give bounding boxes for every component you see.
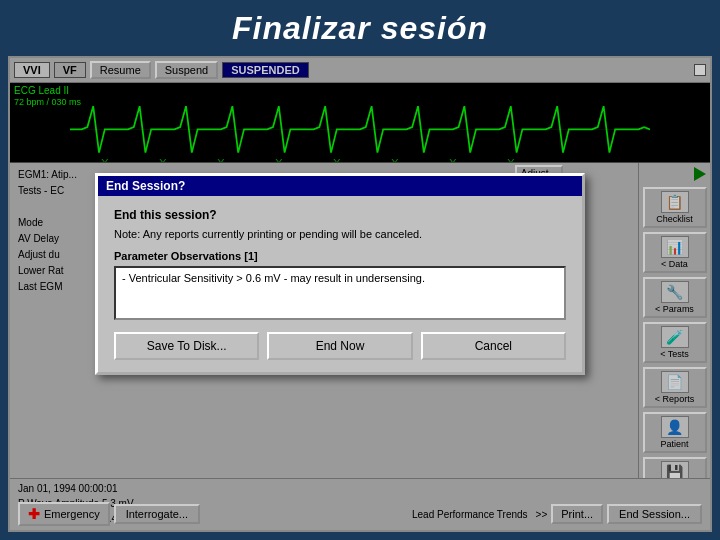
dialog-param-box: - Ventricular Sensitivity > 0.6 mV - may… xyxy=(114,266,566,320)
dialog-buttons: Save To Disk... End Now Cancel xyxy=(114,332,566,360)
main-window: VVI VF Resume Suspend SUSPENDED ECG Lead… xyxy=(8,56,712,532)
cancel-button[interactable]: Cancel xyxy=(421,332,566,360)
end-session-dialog: End Session? End this session? Note: Any… xyxy=(95,173,585,375)
page-title: Finalizar sesión xyxy=(0,0,720,53)
save-to-disk-button[interactable]: Save To Disk... xyxy=(114,332,259,360)
dialog-param-header: Parameter Observations [1] xyxy=(114,250,566,262)
dialog-note: Note: Any reports currently printing or … xyxy=(114,228,566,240)
dialog-body: End this session? Note: Any reports curr… xyxy=(98,196,582,372)
end-now-button[interactable]: End Now xyxy=(267,332,412,360)
param-text: - Ventricular Sensitivity > 0.6 mV - may… xyxy=(122,272,425,284)
dialog-titlebar: End Session? xyxy=(98,176,582,196)
dialog-question: End this session? xyxy=(114,208,566,222)
dialog-overlay: End Session? End this session? Note: Any… xyxy=(10,58,710,530)
